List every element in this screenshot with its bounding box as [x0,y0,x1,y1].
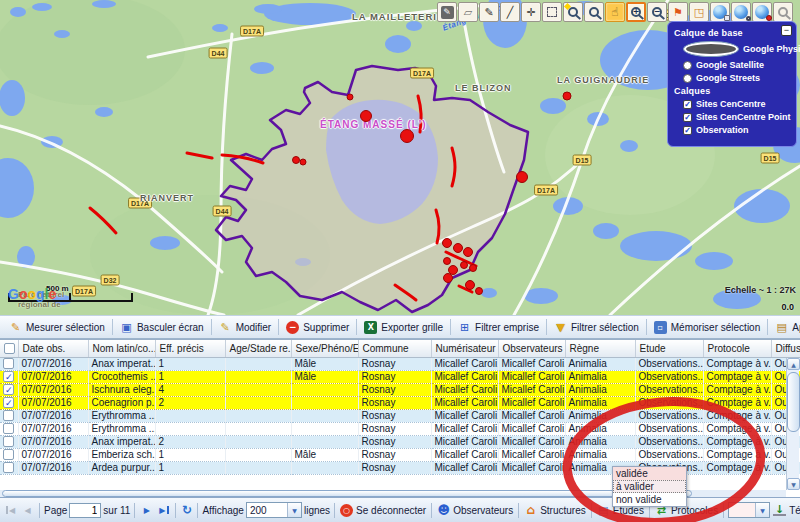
column-header[interactable]: Date obs. [18,340,88,357]
toolbar-button-del[interactable]: −Supprimer [282,319,353,336]
column-header[interactable]: Age/Stade re... [225,340,291,357]
column-header[interactable]: Nom latin/co... [88,340,155,357]
draw-polygon-tool[interactable]: ▱ [458,2,478,22]
column-header[interactable]: Etude [635,340,703,357]
dropdown-option[interactable]: à valider [613,480,686,493]
row-checkbox[interactable] [3,449,14,460]
toolbar-button-edit[interactable]: ✎Modifier [215,319,276,336]
dropdown-option[interactable]: non valide [613,493,686,506]
observateurs-button[interactable]: ☻Observateurs [436,504,514,517]
table-row[interactable]: 07/07/2016Anax imperat...1MâleRosnayMica… [0,357,800,370]
layers-panel-minimize-button[interactable]: − [781,25,792,36]
validation-status-combobox[interactable]: ▼ [728,502,770,518]
observation-marker[interactable] [465,280,475,290]
table-row[interactable]: 07/07/2016Erythromma ...RosnayMicallef C… [0,422,800,435]
refresh-icon[interactable]: ↻ [180,504,193,517]
horizontal-scrollbar-thumb[interactable] [2,490,692,497]
row-checkbox[interactable] [3,397,14,408]
observation-marker[interactable] [563,92,572,101]
toolbar-button-extent[interactable]: ⊞Filtrer emprise [454,319,543,336]
move-vertex-tool[interactable]: ╱ [500,2,520,22]
base-layer-option[interactable]: Google Satellite [683,60,790,70]
row-checkbox[interactable] [3,384,14,395]
drag-feature-tool[interactable]: ✛ [521,2,541,22]
radio-icon[interactable] [683,74,692,83]
row-checkbox[interactable] [3,462,14,473]
column-header[interactable]: Règne [565,340,635,357]
next-page-button[interactable]: ▶ [139,503,154,518]
first-page-button[interactable]: ◀ [3,503,18,518]
overlay-layer-option[interactable]: Observation [683,125,790,135]
scroll-down-button[interactable]: ▼ [787,478,800,490]
observation-marker[interactable] [460,261,468,269]
select-area-tool[interactable] [542,2,562,22]
observation-marker[interactable] [469,264,477,272]
page-number-input[interactable] [69,503,101,518]
observation-marker[interactable] [300,159,307,166]
zoom-extent-tool[interactable] [584,2,604,22]
rows-per-page-select[interactable]: 200▼ [246,502,302,518]
observation-marker[interactable] [475,287,483,295]
base-layer-option[interactable]: Google Streets [683,73,790,83]
select-all-checkbox[interactable] [4,343,15,354]
table-row[interactable]: 07/07/2016Anax imperat...2RosnayMicallef… [0,435,800,448]
flag-tool[interactable]: ⚑ [668,2,688,22]
checkbox-icon[interactable] [683,126,692,135]
observation-marker[interactable] [516,171,528,183]
row-checkbox[interactable] [3,371,14,382]
row-checkbox[interactable] [3,410,14,421]
overlay-layer-option[interactable]: Sites CenCentre [683,99,790,109]
checkbox-icon[interactable] [683,113,692,122]
zoom-selection-tool[interactable] [563,2,583,22]
observation-marker[interactable] [463,247,473,257]
download-page-button[interactable]: ↓ Télécharger Page coura [772,504,800,516]
crop-extent-tool[interactable]: ◳ [689,2,709,22]
pan-hand-tool[interactable]: ☝ [605,2,625,22]
se-d-connecter-button[interactable]: ○Se déconnecter [339,504,427,517]
table-row[interactable]: 07/07/2016Crocothemis ...1MâleRosnayMica… [0,370,800,383]
previous-page-button[interactable]: ◀ [20,503,35,518]
base-layer-option[interactable]: Google Physical [683,41,790,57]
observation-marker[interactable] [347,94,354,101]
row-checkbox[interactable] [3,436,14,447]
toolbar-button-save[interactable]: ▫Mémoriser sélection [650,319,764,336]
map-canvas[interactable]: D17AD44D17AD46D15D17AD15D17AD44D32D17A L… [0,0,800,315]
row-checkbox[interactable] [3,358,14,369]
scroll-up-button[interactable]: ▲ [787,358,800,370]
radio-icon[interactable] [683,61,692,70]
column-header[interactable]: Observateurs [498,340,565,357]
toolbar-button-filter[interactable]: ▼Filtrer sélection [550,319,643,336]
table-row[interactable]: 07/07/2016Emberiza sch...1MâleRosnayMica… [0,448,800,461]
observation-marker[interactable] [443,257,451,265]
toolbar-button-measure[interactable]: ✎Mesurer sélection [5,319,109,336]
checkbox-icon[interactable] [683,100,692,109]
observation-marker[interactable] [400,129,414,143]
column-header[interactable]: Sexe/Phéno/E... [291,340,358,357]
row-checkbox[interactable] [3,423,14,434]
radio-icon[interactable] [683,41,739,57]
toolbar-button-screen[interactable]: ▣Basculer écran [116,319,208,336]
search-inactive-tool[interactable] [773,2,793,22]
zoom-in-tool[interactable]: + [626,2,646,22]
structures-button[interactable]: ⌂Structures [523,504,587,517]
last-page-button[interactable]: ▶ [156,503,171,518]
observation-marker[interactable] [360,110,372,122]
column-header[interactable]: Eff. précis [155,340,225,357]
table-row[interactable]: 07/07/2016Coenagrion p...2RosnayMicallef… [0,396,800,409]
column-header[interactable]: Numérisateur [431,340,498,357]
draw-point-tool[interactable]: ✎ [437,2,457,22]
globe-marker-tool[interactable] [752,2,772,22]
column-header[interactable]: Commune [358,340,431,357]
toolbar-button-excel[interactable]: XExporter grille [360,319,447,336]
observation-marker[interactable] [443,273,453,283]
vertical-scrollbar-thumb[interactable] [787,372,800,432]
overlay-layer-option[interactable]: Sites CenCentre Point [683,112,790,122]
modify-feature-tool[interactable]: ✎ [479,2,499,22]
globe-save-tool[interactable] [710,2,730,22]
globe-search-tool[interactable] [731,2,751,22]
observation-marker[interactable] [442,238,452,248]
toolbar-button-apply[interactable]: ▤Appliquer sélection [771,319,800,336]
column-header[interactable]: Protocole [703,340,771,357]
observation-marker[interactable] [453,243,463,253]
vertical-scrollbar[interactable]: ▲ ▼ [786,358,799,490]
